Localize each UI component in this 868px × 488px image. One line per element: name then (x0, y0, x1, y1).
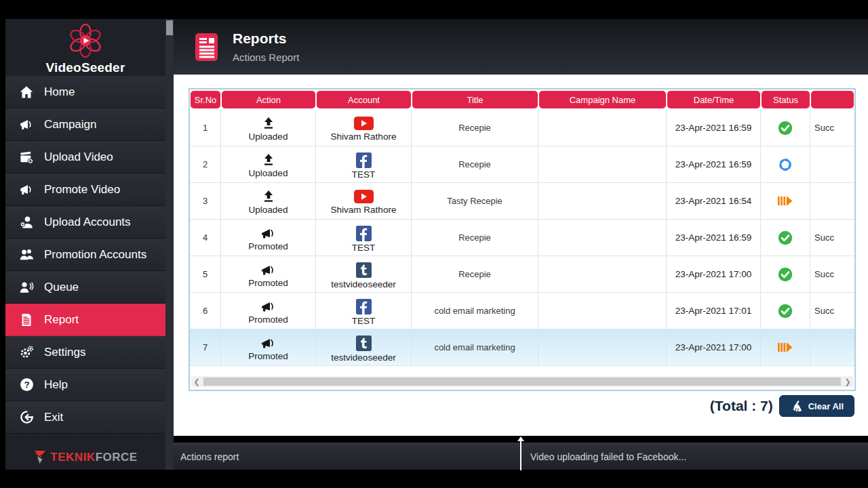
sidebar-item-upload-accounts[interactable]: Upload Accounts (5, 206, 165, 239)
reports-table: Sr.No Action Account Title Campaign Name… (189, 88, 856, 391)
account-name: TEST (352, 316, 376, 326)
result-cell (810, 329, 854, 366)
result-cell: Succ (810, 220, 854, 256)
sidebar-item-label: Help (44, 378, 68, 392)
table-row[interactable]: 3 Uploaded Shivam Rathore Tasty Recepie … (190, 183, 854, 220)
column-header-srno[interactable]: Sr.No (191, 91, 220, 108)
success-icon (778, 304, 793, 319)
clapperboard-icon (19, 150, 34, 165)
table-row[interactable]: 4 Promoted TEST Recepie 23-Apr-2021 16:5… (190, 220, 854, 256)
action-cell: Promoted (221, 220, 316, 256)
column-header-result[interactable] (811, 91, 854, 108)
action-cell: Promoted (221, 293, 316, 329)
table-row[interactable]: 6 Promoted TEST cold email marketing 23-… (190, 293, 854, 329)
status-cell (761, 329, 810, 366)
success-icon (778, 230, 793, 245)
sidebar-item-label: Promote Video (44, 183, 120, 197)
megaphone-icon (260, 300, 276, 313)
report-page-icon (195, 33, 218, 61)
sidebar-item-label: Queue (44, 281, 79, 294)
success-icon (778, 267, 793, 282)
datetime-cell: 23-Apr-2021 16:54 (667, 183, 761, 220)
megaphone-icon (260, 264, 276, 277)
brand-part2: FORCE (96, 451, 138, 464)
campaign-cell (538, 329, 667, 366)
clear-all-button[interactable]: Clear All (779, 395, 854, 417)
sidebar-item-label: Promotion Accounts (44, 248, 146, 262)
queued-icon (778, 196, 793, 206)
facebook-icon (356, 226, 372, 241)
table-footer: (Total : 7) Clear All (710, 395, 854, 417)
total-count: (Total : 7) (710, 398, 773, 414)
sidebar-item-promotion-accounts[interactable]: Promotion Accounts (5, 239, 165, 271)
column-header-status[interactable]: Status (762, 91, 810, 108)
horizontal-scrollbar-thumb[interactable] (203, 378, 841, 386)
action-cell: Promoted (221, 256, 316, 293)
scroll-right-arrow-icon[interactable]: ❯ (842, 376, 853, 387)
statusbar-splitter-handle[interactable] (520, 437, 521, 470)
horizontal-scrollbar[interactable]: ❮ ❯ (191, 376, 853, 387)
account-cell: TEST (316, 220, 412, 256)
account-name: Shivam Rathore (331, 205, 397, 215)
scroll-left-arrow-icon[interactable]: ❮ (191, 376, 202, 387)
people-icon (19, 247, 34, 262)
teknikforce-icon (33, 450, 46, 464)
home-icon (19, 85, 34, 100)
clear-all-label: Clear All (808, 401, 844, 411)
sidebar-item-label: Settings (44, 346, 85, 359)
content-area: Sr.No Action Account Title Campaign Name… (174, 75, 868, 436)
srno-cell: 7 (190, 329, 221, 366)
account-name: testvideoseeder (331, 279, 395, 289)
table-row-selected[interactable]: 7 Promoted testvideoseeder cold email ma… (190, 329, 854, 366)
sidebar-item-campaign[interactable]: Campaign (5, 108, 165, 141)
sidebar-item-queue[interactable]: Queue (5, 271, 165, 304)
up-arrow-icon (517, 436, 524, 441)
table-row[interactable]: 1 Uploaded Shivam Rathore Recepie 23-Apr… (190, 110, 854, 146)
vertical-scrollbar[interactable] (165, 19, 174, 470)
app-logo: VideoSeeder (5, 19, 165, 76)
status-cell (761, 220, 810, 256)
sidebar-item-label: Exit (44, 411, 63, 424)
sidebar-item-exit[interactable]: Exit (5, 401, 165, 434)
sidebar-item-label: Campaign (44, 118, 97, 131)
sidebar-item-label: Upload Accounts (44, 216, 131, 229)
campaign-cell (538, 220, 667, 256)
status-cell (761, 146, 810, 183)
svg-text:?: ? (24, 380, 29, 390)
column-header-datetime[interactable]: Date/Time (667, 91, 760, 108)
page-title: Reports (233, 30, 299, 47)
sidebar-item-upload-video[interactable]: Upload Video (5, 141, 165, 174)
vertical-scrollbar-thumb[interactable] (166, 20, 173, 35)
table-row[interactable]: 5 Promoted testvideoseeder Recepie 23-Ap… (190, 256, 854, 293)
status-left-text: Actions report (174, 451, 239, 462)
logout-icon (19, 410, 34, 425)
action-cell: Uploaded (221, 183, 316, 220)
gears-icon (19, 345, 34, 360)
datetime-cell: 23-Apr-2021 17:00 (667, 329, 761, 366)
upload-icon (262, 190, 275, 203)
campaign-cell (538, 146, 667, 183)
title-cell: Recepie (412, 256, 538, 293)
sidebar-item-help[interactable]: ? Help (5, 369, 165, 401)
column-header-campaign[interactable]: Campaign Name (539, 91, 666, 108)
action-cell: Promoted (221, 329, 316, 366)
table-row[interactable]: 2 Uploaded TEST Recepie 23-Apr-2021 16:5… (190, 146, 854, 183)
status-cell (761, 183, 810, 220)
account-cell: Shivam Rathore (316, 110, 412, 146)
sidebar-item-report[interactable]: Report (5, 304, 165, 336)
table-header-row: Sr.No Action Account Title Campaign Name… (190, 89, 854, 110)
sidebar-item-promote-video[interactable]: Promote Video (5, 174, 165, 206)
column-header-account[interactable]: Account (317, 91, 411, 108)
videoseeder-flower-icon (66, 24, 104, 59)
sidebar-item-home[interactable]: Home (5, 76, 165, 108)
title-cell: cold email marketing (412, 293, 538, 329)
account-name: TEST (352, 169, 376, 180)
column-header-title[interactable]: Title (412, 91, 538, 108)
column-header-action[interactable]: Action (222, 91, 315, 108)
success-icon (778, 121, 793, 136)
megaphone-icon (260, 337, 276, 350)
brand-part1: TEKNIK (50, 451, 95, 464)
action-cell: Uploaded (221, 146, 316, 183)
account-name: TEST (352, 243, 376, 253)
sidebar-item-settings[interactable]: Settings (5, 336, 165, 369)
